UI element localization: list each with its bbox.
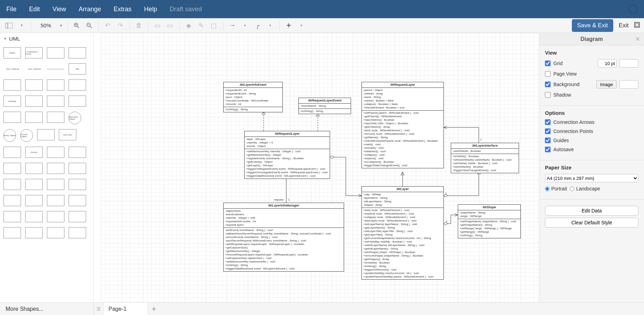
shape-palette-item[interactable] [25,96,43,107]
shape-palette-item[interactable] [69,147,86,158]
background-image-button[interactable]: Image [596,80,617,89]
shape-palette-item[interactable]: - item: attribute [4,63,21,75]
add-icon[interactable]: + [284,21,294,30]
shape-palette-item[interactable] [69,47,86,58]
grid-checkbox[interactable] [545,61,551,66]
pageview-checkbox[interactable] [545,71,551,77]
canvas-area[interactable]: request 1 1 1 1 IWLayerInfoEvent+request… [94,33,539,302]
shape-palette-item[interactable] [25,227,43,238]
menu-view[interactable]: View [52,6,66,13]
conn-arrows-checkbox[interactable] [545,119,551,125]
shape-palette-item[interactable] [69,211,86,222]
shape-palette-item[interactable] [25,79,43,91]
papersize-select[interactable]: A4 (210 mm x 297 mm) [545,174,638,182]
uml-class-IWLayerInfoEvent[interactable]: IWLayerInfoEvent+requestedId : int +requ… [223,82,283,112]
shape-palette-item[interactable] [47,112,64,123]
clear-style-button[interactable]: Clear Default Style [545,218,638,227]
waypoint-icon[interactable]: ┌ [253,21,262,30]
shape-palette-item[interactable]: Title [69,63,86,75]
shadow-icon[interactable]: ▢ [209,21,219,30]
uml-class-IWRequestLayerEvent[interactable]: IWRequestLayerEvent+eventName : String+t… [299,98,351,114]
shape-palette-item[interactable]: Object [4,47,21,58]
background-color-swatch[interactable] [620,80,638,89]
shape-palette-item[interactable] [4,195,21,206]
shape-palette-item[interactable] [25,163,43,174]
close-icon[interactable]: ✕ [635,36,640,42]
undo-icon[interactable]: ↶ [103,21,113,30]
shape-palette-item[interactable] [4,79,21,91]
sidebar-toggle-icon[interactable] [4,21,14,30]
shape-palette-item[interactable] [25,195,43,206]
shape-palette-item[interactable]: - item: attribute [25,63,43,75]
wp-caret-icon[interactable]: ▼ [265,21,275,30]
to-back-icon[interactable]: ▭ [165,21,175,30]
uml-class-IWLayerInfoManager[interactable]: IWLayerInfoManager-captureSize -eventLis… [223,203,344,272]
shape-palette-item[interactable] [4,147,21,158]
exit-button[interactable]: Exit [619,22,629,29]
shape-palette-item[interactable] [69,227,86,238]
menu-arrange[interactable]: Arrange [79,6,101,13]
shape-palette-item[interactable] [69,179,86,190]
menu-extras[interactable]: Extras [114,6,132,13]
menu-file[interactable]: File [6,6,16,13]
portrait-radio[interactable]: Portrait [545,186,567,191]
shape-palette-item[interactable] [25,211,43,222]
fullscreen-icon[interactable] [634,22,640,29]
shape-palette-item[interactable] [25,179,43,190]
edit-data-button[interactable]: Edit Data [545,206,638,216]
uml-class-IWLayerInterface[interactable]: IWLayerInterface-useDefaults : Boolean+i… [451,143,519,173]
uml-class-IWShape[interactable]: IWShape-shapeName : String -range : IWRa… [458,204,521,238]
guides-checkbox[interactable] [545,138,551,143]
collapse-icon[interactable]: ▼ [17,21,27,30]
line-icon[interactable]: ✎ [196,21,206,30]
zoom-out-icon[interactable] [84,21,94,30]
shape-palette-item[interactable] [37,129,55,140]
shape-palette-item[interactable] [69,163,86,174]
shape-palette-item[interactable] [4,227,21,238]
shape-palette-item[interactable]: Use case [59,129,76,140]
landscape-radio[interactable]: Landscape [570,186,600,191]
shape-palette-item[interactable] [47,179,64,190]
add-page-button[interactable]: + [148,303,160,315]
uml-class-IWLayer[interactable]: IWLayer-map : IWMap -layerName : String … [362,186,444,280]
shape-palette-item[interactable] [25,112,43,123]
shape-palette-item[interactable]: <<Interface>> Name [25,47,43,58]
shape-palette-item[interactable]: package [4,96,21,107]
shape-palette-item[interactable]: Entity Object [4,129,16,142]
shape-palette-item[interactable] [4,163,21,174]
shape-palette-item[interactable] [47,227,64,238]
more-shapes-button[interactable]: More Shapes... [0,303,94,315]
background-checkbox[interactable] [545,82,551,87]
connection-icon[interactable]: → [227,21,237,30]
shape-palette-item[interactable] [47,163,64,174]
shape-palette-item[interactable] [4,179,21,190]
conn-caret-icon[interactable]: ▼ [240,21,250,30]
shape-palette-item[interactable] [4,112,21,123]
shape-palette-item[interactable] [47,47,64,58]
zoom-caret-icon[interactable]: ▼ [59,23,63,28]
shape-palette-item[interactable] [69,96,86,107]
shadow-checkbox[interactable] [545,92,551,98]
shape-palette-item[interactable] [47,69,64,69]
to-front-icon[interactable]: ▭ [153,21,162,30]
conn-points-checkbox[interactable] [545,128,551,134]
fill-icon[interactable]: ◆ [184,21,194,30]
grid-color-swatch[interactable] [620,59,638,68]
redo-icon[interactable]: ↷ [115,21,125,30]
shape-category-header[interactable]: ▼ UML [0,33,93,44]
shape-palette-item[interactable] [47,96,64,107]
shape-palette-item[interactable] [47,147,64,158]
shape-palette-item[interactable] [69,79,86,91]
shape-palette-item[interactable] [47,195,64,206]
shape-palette-item[interactable] [47,211,64,222]
shape-palette-item[interactable] [69,195,86,206]
page-outline-icon[interactable]: ☰ [94,303,104,315]
save-exit-button[interactable]: Save & Exit [572,19,613,32]
zoom-in-icon[interactable] [72,21,82,30]
uml-class-IWRequestLayer_l[interactable]: IWRequestLayer-layer : IWLayer -maxHits … [244,131,330,179]
shape-palette-item[interactable] [4,211,21,222]
menu-edit[interactable]: Edit [29,6,40,13]
uml-class-IWRequestLayer_r[interactable]: IWRequestLayer-parent : Object -children… [362,82,444,168]
shape-palette-item[interactable]: Boundary Object [69,112,81,124]
autosave-checkbox[interactable] [545,147,551,152]
